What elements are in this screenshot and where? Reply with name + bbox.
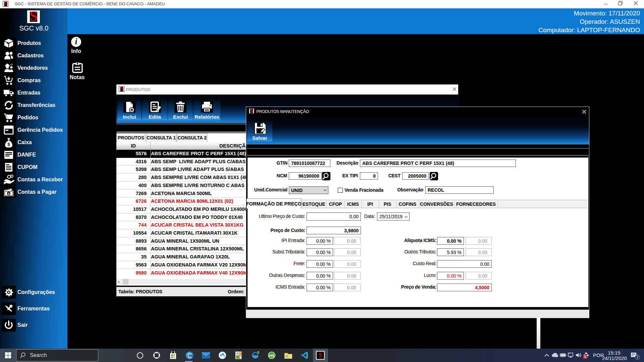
svg-text:$: $ bbox=[8, 192, 9, 195]
svg-text:$: $ bbox=[7, 142, 10, 147]
svg-text:HS: HS bbox=[269, 354, 274, 358]
